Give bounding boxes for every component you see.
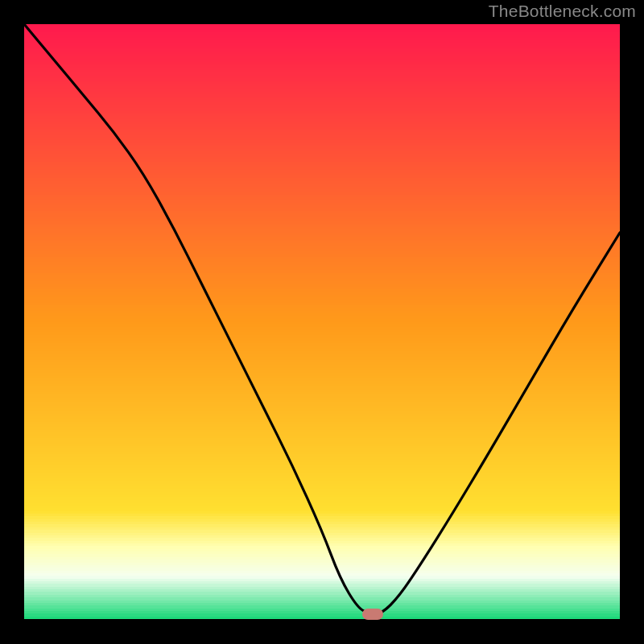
optimal-point-marker <box>362 609 383 620</box>
bottleneck-curve <box>24 24 620 620</box>
bottleneck-curve-path <box>24 24 620 614</box>
plot-area <box>24 24 620 620</box>
watermark-text: TheBottleneck.com <box>489 2 636 21</box>
chart-frame: TheBottleneck.com <box>0 0 644 644</box>
